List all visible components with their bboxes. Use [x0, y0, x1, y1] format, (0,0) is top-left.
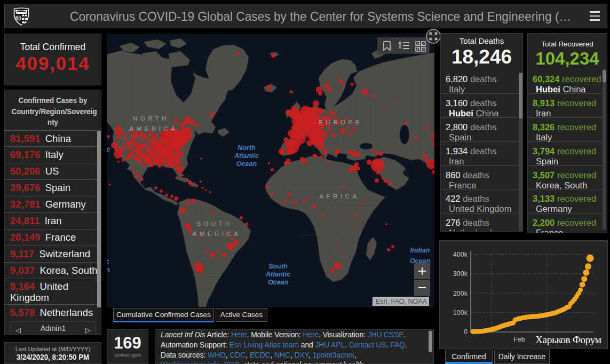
svg-text:Atlantic: Atlantic: [234, 152, 259, 160]
svg-text:0: 0: [464, 328, 468, 336]
svg-text:c: c: [107, 146, 110, 153]
svg-text:200k: 200k: [453, 290, 468, 297]
svg-text:EUROPE: EUROPE: [319, 119, 362, 125]
svg-text:Indian: Indian: [410, 247, 430, 254]
svg-text:400k: 400k: [453, 251, 468, 258]
svg-text:NORTH: NORTH: [133, 115, 169, 122]
svg-text:300k: 300k: [453, 270, 468, 278]
svg-text:North: North: [237, 144, 256, 152]
svg-text:100k: 100k: [453, 309, 468, 316]
svg-text:Ocean: Ocean: [236, 160, 257, 168]
svg-text:AFRICA: AFRICA: [319, 193, 359, 200]
svg-text:Esri, FAO, NOAA: Esri, FAO, NOAA: [376, 298, 427, 305]
svg-text:c: c: [107, 258, 109, 265]
svg-text:AMERICA: AMERICA: [130, 125, 178, 132]
svg-text:Atlantic: Atlantic: [265, 271, 290, 278]
svg-text:South: South: [268, 263, 288, 270]
svg-text:Feb: Feb: [513, 336, 525, 343]
svg-text:SOUTH: SOUTH: [196, 220, 233, 227]
svg-text:AMERICA: AMERICA: [193, 231, 241, 237]
svg-text:Ocean: Ocean: [268, 279, 289, 286]
svg-text:n: n: [107, 266, 110, 274]
